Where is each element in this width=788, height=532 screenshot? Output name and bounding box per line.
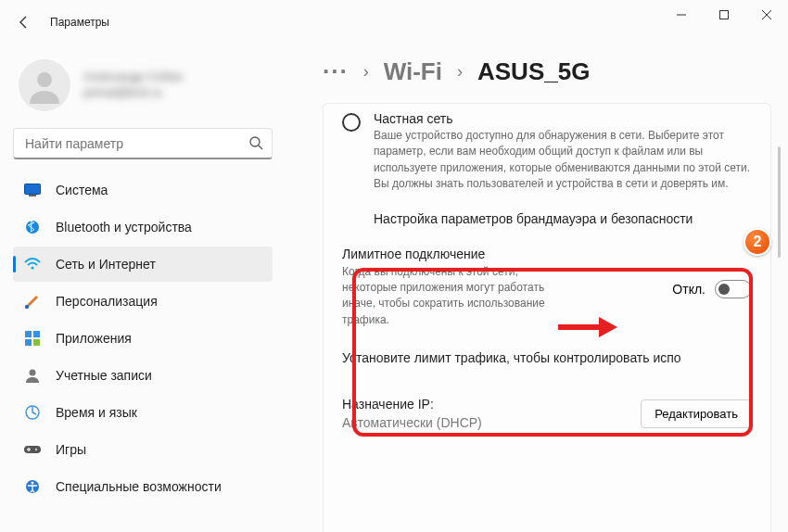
svg-rect-21 xyxy=(28,448,30,451)
profile-name: Александр Собин xyxy=(83,70,183,85)
chevron-right-icon: › xyxy=(457,62,463,82)
svg-point-16 xyxy=(30,370,36,376)
sidebar-item-label: Система xyxy=(56,183,108,197)
window-controls xyxy=(660,0,788,30)
close-button[interactable] xyxy=(745,0,788,30)
annotation-arrow-icon xyxy=(556,315,617,339)
apps-icon xyxy=(24,330,41,347)
svg-point-11 xyxy=(25,305,29,309)
sidebar-item-system[interactable]: Система xyxy=(13,172,273,208)
display-icon xyxy=(24,182,41,198)
sidebar-item-accounts[interactable]: Учетные записи xyxy=(13,358,273,393)
ip-title: Назначение IP: xyxy=(342,397,482,412)
sidebar-item-gaming[interactable]: Игры xyxy=(13,432,273,467)
breadcrumb-overflow[interactable]: ··· xyxy=(323,57,349,86)
sidebar-item-label: Время и язык xyxy=(56,405,137,420)
svg-rect-7 xyxy=(25,184,41,195)
svg-rect-15 xyxy=(33,339,40,346)
metered-desc: Когда вы подключены к этой сети, некотор… xyxy=(342,264,546,329)
wifi-icon xyxy=(24,256,41,272)
firewall-settings-link[interactable]: Настройка параметров брандмауэра и безоп… xyxy=(342,202,752,241)
breadcrumb-current: ASUS_5G xyxy=(477,57,590,86)
svg-rect-1 xyxy=(720,11,729,19)
private-net-desc: Ваше устройство доступно для обнаружения… xyxy=(374,128,752,193)
sidebar-item-label: Учетные записи xyxy=(56,368,152,383)
ip-assignment-row: Назначение IP: Автоматически (DHCP) Реда… xyxy=(342,380,752,436)
minimize-button[interactable] xyxy=(660,0,703,30)
accounts-icon xyxy=(24,367,41,384)
sidebar-item-bluetooth[interactable]: Bluetooth и устройства xyxy=(13,209,273,245)
svg-rect-8 xyxy=(29,195,36,196)
metered-title: Лимитное подключение xyxy=(342,247,546,261)
breadcrumb-wifi[interactable]: Wi-Fi xyxy=(384,57,442,86)
main-pane: ··· › Wi-Fi › ASUS_5G Частная сеть Ваше … xyxy=(286,44,788,532)
set-data-limit-link[interactable]: Установите лимит трафика, чтобы контроли… xyxy=(342,328,752,380)
sidebar: Александр Собин primal@test.ru Система B… xyxy=(0,44,286,532)
annotation-step-badge: 2 xyxy=(744,228,771,256)
profile-email: primal@test.ru xyxy=(83,85,183,101)
metered-connection-row: Лимитное подключение Когда вы подключены… xyxy=(342,241,752,329)
chevron-right-icon: › xyxy=(363,62,369,82)
accessibility-icon xyxy=(24,478,41,495)
private-net-title: Частная сеть xyxy=(374,111,752,126)
search-icon xyxy=(248,135,263,154)
profile-text: Александр Собин primal@test.ru xyxy=(83,70,183,101)
sidebar-item-label: Приложения xyxy=(56,331,132,346)
bluetooth-icon xyxy=(24,219,41,235)
sidebar-item-label: Сеть и Интернет xyxy=(56,257,156,272)
settings-window: Параметры Александр Собин primal@test.ru xyxy=(0,0,788,532)
gamepad-icon xyxy=(24,441,41,458)
sidebar-item-label: Специальные возможности xyxy=(56,479,222,494)
svg-line-6 xyxy=(259,146,262,149)
minimize-icon xyxy=(677,10,686,19)
sidebar-item-time[interactable]: Время и язык xyxy=(13,395,273,430)
sidebar-item-apps[interactable]: Приложения xyxy=(13,321,273,356)
sidebar-item-label: Игры xyxy=(56,442,86,457)
avatar xyxy=(19,59,70,111)
svg-rect-13 xyxy=(33,331,40,337)
ip-value: Автоматически (DHCP) xyxy=(342,415,482,430)
svg-point-23 xyxy=(32,482,34,485)
titlebar: Параметры xyxy=(0,0,788,44)
svg-point-10 xyxy=(31,266,33,269)
edit-ip-button[interactable]: Редактировать xyxy=(641,399,752,428)
sidebar-item-label: Персонализация xyxy=(56,294,158,309)
close-icon xyxy=(762,10,771,19)
toggle-state-label: Откл. xyxy=(672,282,705,297)
settings-panel: Частная сеть Ваше устройство доступно дл… xyxy=(323,103,771,532)
person-icon xyxy=(26,67,63,104)
clock-globe-icon xyxy=(24,404,41,421)
svg-marker-25 xyxy=(599,317,617,337)
scrollbar-thumb[interactable] xyxy=(778,146,781,258)
brush-icon xyxy=(24,293,41,310)
sidebar-item-accessibility[interactable]: Специальные возможности xyxy=(13,469,273,504)
svg-point-4 xyxy=(37,72,52,87)
arrow-left-icon xyxy=(17,15,32,30)
svg-point-5 xyxy=(250,137,260,146)
sidebar-item-personalization[interactable]: Персонализация xyxy=(13,284,273,319)
window-title: Параметры xyxy=(50,16,109,29)
back-button[interactable] xyxy=(6,4,43,41)
svg-point-9 xyxy=(26,221,39,234)
svg-rect-12 xyxy=(25,331,32,337)
radio-icon[interactable] xyxy=(342,113,361,132)
network-profile-private[interactable]: Частная сеть Ваше устройство доступно дл… xyxy=(342,108,752,202)
breadcrumb: ··· › Wi-Fi › ASUS_5G xyxy=(323,57,771,86)
search-input[interactable] xyxy=(13,128,273,159)
profile-block[interactable]: Александр Собин primal@test.ru xyxy=(13,52,273,128)
nav-list: Система Bluetooth и устройства Сеть и Ин… xyxy=(13,172,273,504)
sidebar-item-label: Bluetooth и устройства xyxy=(56,220,192,234)
maximize-button[interactable] xyxy=(703,0,745,30)
metered-toggle[interactable] xyxy=(715,280,752,298)
svg-rect-14 xyxy=(25,339,32,346)
maximize-icon xyxy=(719,10,729,19)
svg-rect-18 xyxy=(24,446,41,453)
sidebar-item-network[interactable]: Сеть и Интернет xyxy=(13,247,273,282)
search-wrap xyxy=(13,128,273,172)
svg-point-19 xyxy=(35,449,37,450)
